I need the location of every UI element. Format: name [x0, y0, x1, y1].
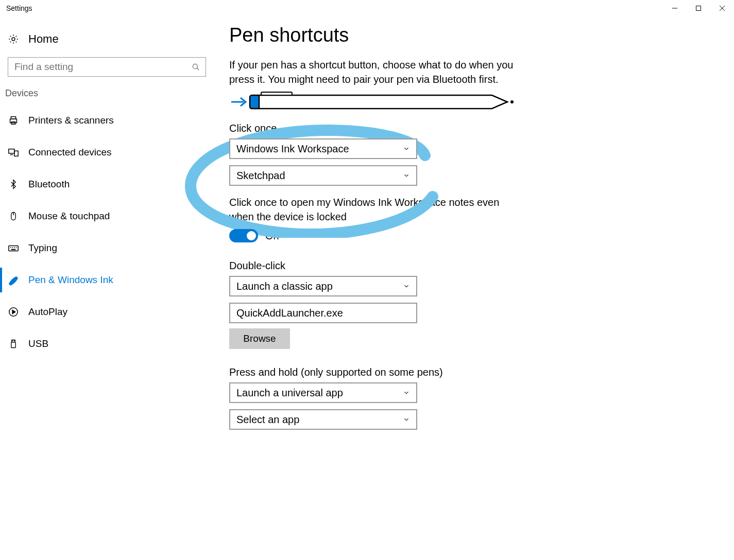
sidebar-item-label: Printers & scanners [28, 115, 114, 126]
chevron-down-icon [403, 416, 410, 423]
minimize-icon [672, 5, 678, 11]
sidebar-item-connected-devices[interactable]: Connected devices [0, 140, 206, 165]
sidebar-item-label: Bluetooth [28, 179, 70, 190]
maximize-button[interactable] [687, 0, 710, 16]
window-controls [663, 0, 734, 16]
browse-button[interactable]: Browse [229, 328, 290, 349]
bluetooth-icon [8, 179, 19, 190]
gear-icon [8, 33, 19, 45]
sidebar-item-mouse-touchpad[interactable]: Mouse & touchpad [0, 204, 206, 229]
window-title: Settings [6, 4, 32, 12]
sidebar-item-label: Mouse & touchpad [28, 211, 110, 222]
svg-rect-23 [11, 342, 15, 348]
locked-note: Click once to open my Windows Ink Worksp… [229, 195, 518, 224]
dropdown-value: Select an app [236, 414, 299, 426]
minimize-button[interactable] [663, 0, 687, 16]
keyboard-icon [8, 242, 19, 254]
titlebar: Settings [0, 0, 734, 16]
page-title: Pen shortcuts [229, 24, 719, 46]
pen-illustration [229, 92, 719, 112]
sidebar-item-printers[interactable]: Printers & scanners [0, 108, 206, 133]
usb-icon [8, 338, 19, 349]
category-label: Devices [5, 88, 206, 99]
toggle-state-label: On [265, 230, 279, 242]
double-click-action-dropdown[interactable]: Launch a classic app [229, 276, 417, 296]
chevron-down-icon [403, 172, 410, 179]
svg-point-4 [12, 38, 15, 41]
svg-line-6 [197, 68, 199, 70]
locked-toggle-row: On [229, 229, 719, 242]
press-hold-app-dropdown[interactable]: Select an app [229, 409, 417, 430]
dropdown-value: Launch a universal app [236, 387, 343, 399]
chevron-down-icon [403, 145, 410, 152]
sidebar-item-pen-windows-ink[interactable]: Pen & Windows Ink [0, 268, 206, 292]
dropdown-value: Sketchpad [236, 170, 285, 182]
page-description: If your pen has a shortcut button, choos… [229, 58, 518, 86]
click-once-action-dropdown[interactable]: Windows Ink Workspace [229, 138, 417, 159]
connected-devices-icon [8, 147, 19, 158]
click-once-label: Click once [229, 122, 719, 134]
search-field[interactable] [13, 61, 191, 73]
maximize-icon [695, 5, 702, 11]
svg-point-5 [193, 64, 197, 68]
dropdown-value: Launch a classic app [236, 281, 333, 292]
close-button[interactable] [710, 0, 734, 16]
sidebar-item-label: Pen & Windows Ink [28, 274, 113, 286]
sidebar-item-label: Connected devices [28, 147, 112, 158]
printer-icon [8, 115, 19, 126]
sidebar-item-label: AutoPlay [28, 306, 67, 318]
click-once-target-dropdown[interactable]: Sketchpad [229, 165, 417, 186]
chevron-down-icon [403, 389, 410, 396]
dropdown-value: Windows Ink Workspace [236, 143, 349, 155]
sidebar-item-label: USB [28, 338, 48, 349]
svg-point-29 [510, 100, 514, 103]
home-nav[interactable]: Home [8, 29, 206, 54]
svg-rect-11 [14, 151, 18, 156]
svg-rect-8 [11, 117, 15, 119]
toggle-knob [247, 231, 256, 240]
svg-rect-15 [9, 246, 18, 251]
sidebar: Home Devices Printers & scanners Connect… [0, 16, 214, 560]
svg-rect-28 [261, 92, 292, 95]
sidebar-item-label: Typing [28, 242, 57, 254]
press-hold-label: Press and hold (only supported on some p… [229, 366, 719, 378]
pen-icon [8, 274, 19, 286]
locked-toggle[interactable] [229, 229, 258, 242]
textbox-value: QuickAddLauncher.exe [236, 307, 343, 319]
svg-rect-1 [696, 6, 701, 11]
double-click-label: Double-click [229, 260, 719, 272]
mouse-icon [8, 211, 19, 222]
sidebar-item-bluetooth[interactable]: Bluetooth [0, 172, 206, 197]
sidebar-item-autoplay[interactable]: AutoPlay [0, 300, 206, 324]
close-icon [719, 5, 725, 11]
sidebar-item-usb[interactable]: USB [0, 331, 206, 356]
home-label: Home [28, 32, 59, 46]
autoplay-icon [8, 306, 19, 318]
double-click-app-path[interactable]: QuickAddLauncher.exe [229, 303, 417, 323]
sidebar-item-typing[interactable]: Typing [0, 236, 206, 260]
chevron-down-icon [403, 283, 410, 290]
svg-rect-10 [9, 149, 14, 153]
search-input[interactable] [8, 57, 206, 77]
main-content: Pen shortcuts If your pen has a shortcut… [214, 16, 734, 560]
press-hold-action-dropdown[interactable]: Launch a universal app [229, 382, 417, 403]
search-icon [191, 62, 200, 72]
